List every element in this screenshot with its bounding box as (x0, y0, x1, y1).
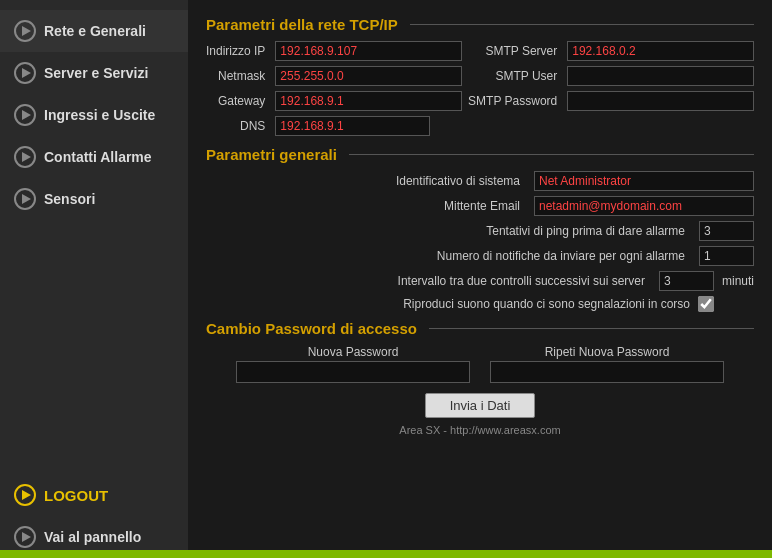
smtp-user-input[interactable] (567, 66, 754, 86)
tcp-form-grid: Indirizzo IP SMTP Server Netmask SMTP Us… (206, 41, 754, 136)
nuova-password-label: Nuova Password (236, 345, 470, 359)
indirizzo-ip-label: Indirizzo IP (206, 44, 269, 58)
sidebar-item-rete-generali[interactable]: Rete e Generali (0, 10, 188, 52)
identificativo-input[interactable] (534, 171, 754, 191)
submit-row: Invia i Dati (206, 393, 754, 418)
gateway-label: Gateway (206, 94, 269, 108)
sidebar-item-server-servizi[interactable]: Server e Servizi (0, 52, 188, 94)
sidebar-logout-label: LOGOUT (44, 487, 108, 504)
footer: Area SX - http://www.areasx.com (206, 424, 754, 440)
general-section-title: Parametri generali (206, 146, 754, 163)
netmask-input[interactable] (275, 66, 462, 86)
intervallo-row: Intervallo tra due controlli successivi … (206, 271, 754, 291)
sidebar-vai-label: Vai al pannello (44, 529, 141, 545)
smtp-server-input[interactable] (567, 41, 754, 61)
ping-row: Tentativi di ping prima di dare allarme (206, 221, 754, 241)
nuova-password-input[interactable] (236, 361, 470, 383)
notifiche-input[interactable] (699, 246, 754, 266)
smtp-server-label: SMTP Server (468, 44, 561, 58)
riproduci-row: Riproduci suono quando ci sono segnalazi… (206, 296, 754, 312)
sidebar-label-contatti: Contatti Allarme (44, 149, 152, 165)
play-icon-server (14, 62, 36, 84)
sidebar-item-contatti-allarme[interactable]: Contatti Allarme (0, 136, 188, 178)
password-grid: Nuova Password Ripeti Nuova Password (236, 345, 724, 383)
play-icon-vai (14, 526, 36, 548)
ping-label: Tentativi di ping prima di dare allarme (206, 224, 691, 238)
sidebar-label-server: Server e Servizi (44, 65, 148, 81)
identificativo-row: Identificativo di sistema (206, 171, 754, 191)
identificativo-label: Identificativo di sistema (206, 174, 526, 188)
sidebar-item-sensori[interactable]: Sensori (0, 178, 188, 220)
sidebar-label-ingressi: Ingressi e Uscite (44, 107, 155, 123)
notifiche-label: Numero di notifiche da inviare per ogni … (206, 249, 691, 263)
smtp-user-label: SMTP User (468, 69, 561, 83)
ripeti-password-group: Ripeti Nuova Password (490, 345, 724, 383)
play-icon-logout (14, 484, 36, 506)
intervallo-label: Intervallo tra due controlli successivi … (206, 274, 651, 288)
password-section-title: Cambio Password di accesso (206, 320, 754, 337)
intervallo-input[interactable] (659, 271, 714, 291)
smtp-password-label: SMTP Password (468, 94, 561, 108)
indirizzo-ip-input[interactable] (275, 41, 462, 61)
ripeti-password-label: Ripeti Nuova Password (490, 345, 724, 359)
gateway-input[interactable] (275, 91, 462, 111)
bottom-bar (0, 550, 772, 558)
nuova-password-group: Nuova Password (236, 345, 470, 383)
notifiche-row: Numero di notifiche da inviare per ogni … (206, 246, 754, 266)
sidebar-label-sensori: Sensori (44, 191, 95, 207)
riproduci-checkbox[interactable] (698, 296, 714, 312)
play-icon-rete (14, 20, 36, 42)
sidebar-item-logout[interactable]: LOGOUT (0, 474, 188, 516)
mittente-input[interactable] (534, 196, 754, 216)
main-content: Parametri della rete TCP/IP Indirizzo IP… (188, 0, 772, 558)
netmask-label: Netmask (206, 69, 269, 83)
intervallo-unit: minuti (722, 274, 754, 288)
mittente-row: Mittente Email (206, 196, 754, 216)
submit-button[interactable]: Invia i Dati (425, 393, 536, 418)
sidebar-item-ingressi-uscite[interactable]: Ingressi e Uscite (0, 94, 188, 136)
sidebar: Rete e Generali Server e Servizi Ingress… (0, 0, 188, 558)
dns-input[interactable] (275, 116, 430, 136)
smtp-password-input[interactable] (567, 91, 754, 111)
tcp-section-title: Parametri della rete TCP/IP (206, 16, 754, 33)
ripeti-password-input[interactable] (490, 361, 724, 383)
ping-input[interactable] (699, 221, 754, 241)
play-icon-ingressi (14, 104, 36, 126)
mittente-label: Mittente Email (206, 199, 526, 213)
play-icon-sensori (14, 188, 36, 210)
riproduci-label: Riproduci suono quando ci sono segnalazi… (403, 297, 690, 311)
sidebar-label-rete: Rete e Generali (44, 23, 146, 39)
dns-label: DNS (206, 119, 269, 133)
play-icon-contatti (14, 146, 36, 168)
